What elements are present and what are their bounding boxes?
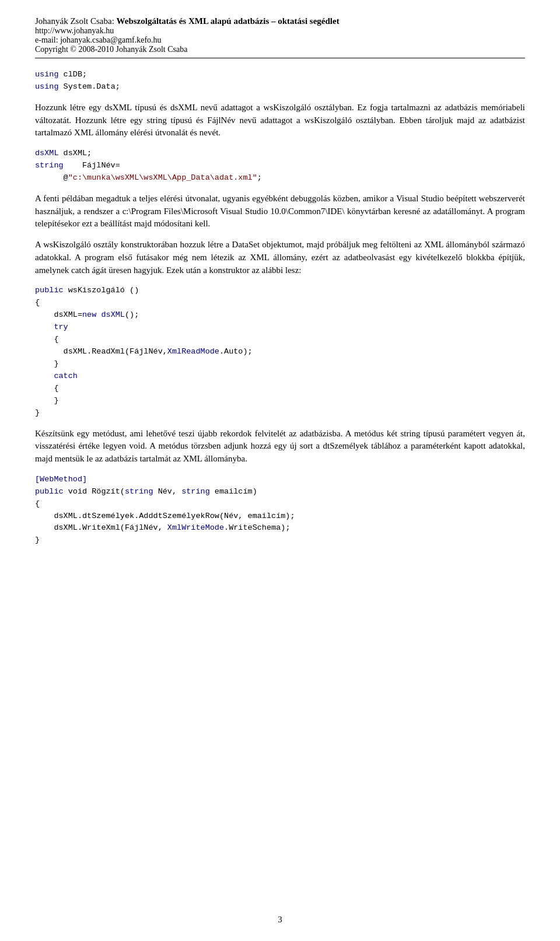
kw-try: try: [54, 323, 68, 331]
header-title-prefix: Johanyák Zsolt Csaba:: [35, 16, 117, 26]
kw-public1: public: [35, 286, 64, 295]
keyword-using2: using: [35, 82, 59, 91]
header-divider: [35, 58, 525, 58]
kw-xmlwritemode: XmlWriteMode: [167, 523, 224, 532]
header-url: http://www.johanyak.hu: [35, 26, 525, 36]
header-title-bold: Webszolgáltatás és XML alapú adatbázis –…: [117, 16, 340, 26]
kw-webmethod: [WebMethod]: [35, 475, 87, 484]
kw-string2: string: [181, 487, 210, 496]
header-title: Johanyák Zsolt Csaba: Webszolgáltatás és…: [35, 16, 525, 26]
code-using: using clDB; using System.Data;: [35, 69, 525, 93]
kw-xmlreadmode: XmlReadMode: [167, 347, 219, 356]
code-constructor: public wsKiszolgáló () { dsXML=new dsXML…: [35, 285, 525, 419]
paragraph-1: Hozzunk létre egy dsXML típusú és dsXML …: [35, 102, 525, 139]
paragraph-4: Készítsünk egy metódust, ami lehetővé te…: [35, 428, 525, 466]
paragraph-3: A wsKiszolgáló osztály konstruktorában h…: [35, 239, 525, 277]
page-number: 3: [278, 915, 282, 925]
kw-public2: public: [35, 487, 64, 496]
page: Johanyák Zsolt Csaba: Webszolgáltatás és…: [0, 0, 560, 941]
kw-catch: catch: [54, 372, 78, 380]
header-email: e-mail: johanyak.csaba@gamf.kefo.hu: [35, 36, 525, 45]
header: Johanyák Zsolt Csaba: Webszolgáltatás és…: [35, 16, 525, 58]
code-fields: dsXML dsXML; string FájlNév= @"c:\munka\…: [35, 148, 525, 184]
code-rogzit: [WebMethod] public void Rögzít(string Né…: [35, 474, 525, 547]
keyword-string: string: [35, 161, 64, 170]
kw-string1: string: [125, 487, 153, 496]
kw-dsxml: dsXML: [101, 310, 125, 319]
header-copyright: Copyright © 2008-2010 Johanyák Zsolt Csa…: [35, 45, 525, 54]
kw-new: new: [82, 310, 96, 319]
paragraph-2: A fenti példában megadtuk a teljes eléré…: [35, 193, 525, 230]
keyword-dsxml-type: dsXML: [35, 149, 59, 158]
keyword-using1: using: [35, 70, 59, 79]
